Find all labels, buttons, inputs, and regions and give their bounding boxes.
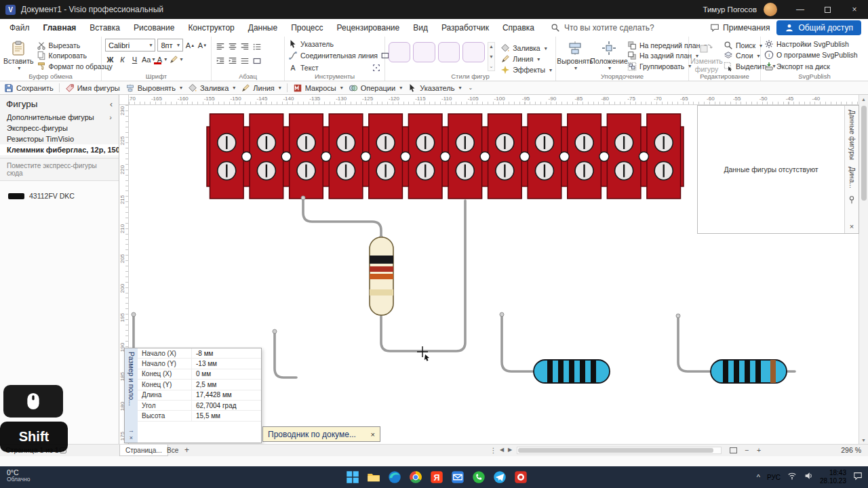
text-tool-button[interactable]: АТекст bbox=[288, 62, 318, 73]
taskbar-app-start[interactable] bbox=[344, 469, 361, 485]
position-button[interactable]: Положение▾ bbox=[593, 39, 625, 71]
size-position-row[interactable]: Конец (X)0 мм bbox=[138, 369, 261, 380]
pointer-quick-button[interactable]: Указатель▾ bbox=[408, 83, 461, 93]
italic-button[interactable]: К bbox=[117, 54, 127, 65]
save-button[interactable]: Сохранить bbox=[4, 83, 54, 93]
line-quick-button[interactable]: Линия▾ bbox=[241, 83, 281, 93]
scroll-up-arrow[interactable]: ▲ bbox=[861, 95, 866, 103]
scroll-left-arrow[interactable]: ◀ bbox=[500, 447, 504, 453]
account-name[interactable]: Тимур Погосов bbox=[703, 5, 757, 14]
connector-tool-button[interactable]: Соединительная линия bbox=[288, 50, 378, 61]
tab-Файл[interactable]: Файл bbox=[3, 19, 37, 37]
paste-button[interactable]: Вставить▾ bbox=[3, 39, 34, 71]
taskbar-app-chrome[interactable] bbox=[408, 469, 424, 485]
cut-button[interactable]: Вырезать bbox=[37, 41, 113, 50]
collapse-panel-icon[interactable]: ‹ bbox=[110, 100, 113, 109]
tab-Главная[interactable]: Главная bbox=[37, 19, 83, 37]
zoom-out-button[interactable]: − bbox=[745, 446, 749, 454]
fill-quick-button[interactable]: Заливка▾ bbox=[188, 83, 235, 93]
bold-button[interactable]: Ж bbox=[105, 54, 115, 65]
size-position-row[interactable]: Длина17,4428 мм bbox=[138, 390, 261, 401]
taskbar-clock[interactable]: 18:43 28.10.23 bbox=[820, 469, 846, 486]
fill-button[interactable]: Заливка▾ bbox=[500, 43, 552, 53]
shape-style-thumbnail[interactable] bbox=[413, 42, 435, 62]
operations-button[interactable]: Операции▾ bbox=[349, 83, 402, 93]
shape-style-thumbnail[interactable] bbox=[438, 42, 460, 62]
tab-dynamic[interactable]: Дина... bbox=[848, 167, 856, 188]
expand-panel-icon[interactable]: → bbox=[128, 427, 134, 434]
size-position-row[interactable]: Высота15,5 мм bbox=[138, 411, 261, 421]
comments-button[interactable]: Примечания bbox=[710, 23, 770, 33]
scrollbar-thumb[interactable] bbox=[518, 448, 713, 453]
taskbar-app-mail[interactable] bbox=[450, 469, 466, 485]
tab-Конструктор[interactable]: Конструктор bbox=[181, 19, 241, 37]
add-page-button[interactable]: + bbox=[184, 445, 189, 455]
pointer-tool-button[interactable]: Указатель bbox=[288, 39, 381, 49]
svgpublish-export-button[interactable]: Экспорт на диск bbox=[764, 62, 865, 71]
scrollbar-thumb[interactable] bbox=[861, 106, 867, 201]
tab-Вид[interactable]: Вид bbox=[406, 19, 435, 37]
align-quick-button[interactable]: Выровнять▾ bbox=[125, 83, 182, 93]
case-button[interactable]: Aa▾ bbox=[142, 54, 155, 65]
underline-button[interactable]: Ч bbox=[130, 54, 140, 65]
tab-Разработчик[interactable]: Разработчик bbox=[435, 19, 496, 37]
align-objects-button[interactable]: Выровнять▾ bbox=[559, 39, 591, 71]
notifications-icon[interactable] bbox=[853, 471, 863, 483]
close-panel-icon[interactable]: × bbox=[850, 222, 854, 230]
font-size-select[interactable]: 8пт▾ bbox=[157, 39, 183, 52]
fit-page-button[interactable] bbox=[730, 447, 737, 453]
size-position-row[interactable]: Угол62,7004 град bbox=[138, 401, 261, 411]
taskbar-app-telegram[interactable] bbox=[492, 469, 508, 485]
language-indicator[interactable]: РУС bbox=[767, 474, 781, 481]
indent-decrease-button[interactable] bbox=[215, 55, 225, 66]
shape-style-thumbnail[interactable] bbox=[389, 42, 410, 62]
line-button[interactable]: Линия▾ bbox=[500, 54, 552, 64]
avatar[interactable] bbox=[764, 3, 777, 16]
format-painter-button[interactable]: Формат по образцу bbox=[37, 62, 113, 71]
taskbar-app-red-app[interactable] bbox=[513, 469, 529, 485]
taskbar-app-edge[interactable] bbox=[387, 469, 403, 485]
close-button[interactable]: × bbox=[841, 0, 868, 19]
connection-point-tool-button[interactable] bbox=[371, 62, 381, 73]
grow-font-button[interactable]: А▲ bbox=[185, 39, 195, 51]
document-explorer-tab[interactable]: Проводник по докуме... × bbox=[262, 426, 380, 442]
taskbar-weather[interactable]: 0°C Облачно bbox=[7, 468, 30, 483]
tell-me-search[interactable]: Что вы хотите сделать? bbox=[551, 23, 654, 33]
align-center-button[interactable] bbox=[227, 41, 237, 52]
stencil-row[interactable]: Экспресс-фигуры bbox=[0, 123, 119, 134]
tab-Вставка[interactable]: Вставка bbox=[83, 19, 127, 37]
change-shape-button[interactable]: Изменить фигуру bbox=[692, 39, 721, 71]
text-direction-button[interactable] bbox=[252, 55, 262, 66]
master-shape-item[interactable]: 43112FV DKC bbox=[0, 189, 119, 203]
vertical-scrollbar[interactable]: ▲ ▼ bbox=[859, 95, 868, 444]
tray-overflow-icon[interactable]: ^ bbox=[757, 473, 760, 481]
bullets-button[interactable] bbox=[252, 41, 262, 52]
size-position-row[interactable]: Начало (X)-8 мм bbox=[138, 348, 261, 359]
more-options-icon[interactable]: ⋮ bbox=[490, 446, 497, 454]
all-pages-tab[interactable]: Все bbox=[161, 445, 184, 456]
close-panel-icon[interactable]: × bbox=[130, 434, 133, 441]
tab-Данные[interactable]: Данные bbox=[241, 19, 284, 37]
tab-Процесс[interactable]: Процесс bbox=[284, 19, 330, 37]
macros-button[interactable]: Макросы▾ bbox=[293, 83, 343, 93]
font-family-select[interactable]: Calibri▾ bbox=[105, 39, 155, 52]
stencil-row[interactable]: Клеммник фиберглас, 12p, 150C, 450V... bbox=[0, 144, 119, 155]
svgpublish-about-button[interactable]: iО программе SvgPublish bbox=[764, 50, 865, 60]
toolbar-more-button[interactable]: ⌄ bbox=[468, 85, 473, 91]
tab-Рисование[interactable]: Рисование bbox=[127, 19, 181, 37]
size-position-row[interactable]: Конец (Y)2,5 мм bbox=[138, 380, 261, 390]
indent-increase-button[interactable] bbox=[227, 55, 237, 66]
maximize-button[interactable] bbox=[814, 0, 841, 19]
tab-Рецензирование[interactable]: Рецензирование bbox=[330, 19, 407, 37]
stencil-row[interactable]: Дополнительные фигуры› bbox=[0, 112, 119, 123]
scroll-down-arrow[interactable]: ▼ bbox=[861, 436, 866, 444]
line-spacing-button[interactable] bbox=[239, 55, 250, 66]
pin-icon[interactable] bbox=[847, 195, 856, 205]
shape-style-thumbnail[interactable] bbox=[462, 42, 484, 62]
tab-Справка[interactable]: Справка bbox=[496, 19, 541, 37]
font-color-button[interactable]: А▾ bbox=[157, 54, 167, 65]
highlight-button[interactable]: ▾ bbox=[169, 54, 182, 65]
taskbar-app-yandex[interactable]: Я bbox=[429, 469, 445, 485]
horizontal-scrollbar[interactable] bbox=[517, 447, 722, 454]
shrink-font-button[interactable]: А▼ bbox=[197, 39, 208, 51]
